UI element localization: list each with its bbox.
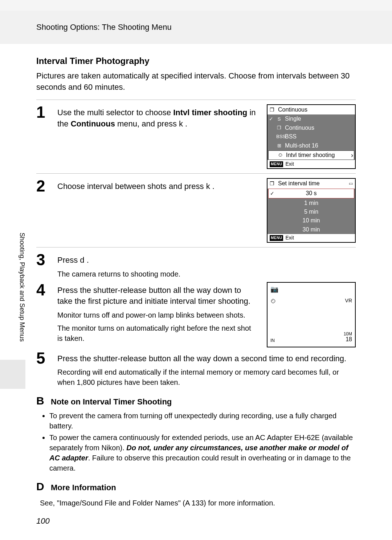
intro-text: Pictures are taken automatically at spec… <box>36 70 356 93</box>
note-title: Note on Interval Timer Shooting <box>51 396 172 408</box>
note-bullet: To prevent the camera from turning off u… <box>49 411 356 431</box>
step-number: 3 <box>36 252 51 268</box>
step-text: Choose interval between shots and press … <box>57 182 215 191</box>
lcd-title: Set interval time ▭ <box>268 179 355 188</box>
step-number: 5 <box>36 350 51 366</box>
divider <box>36 173 356 174</box>
step-note: Monitor turns off and power-on lamp blin… <box>57 310 256 320</box>
step-text: Press d . <box>57 255 356 266</box>
step-text: Press the shutter-release button all the… <box>57 285 256 307</box>
lcd-option: BSSBSS <box>268 132 355 141</box>
page-header: Shooting Options: The Shooting Menu <box>0 11 392 44</box>
manual-page: Shooting Options: The Shooting Menu Shoo… <box>0 11 392 540</box>
more-info-text: See, "Image/Sound File and Folder Names"… <box>40 498 356 508</box>
option-label: 5 min <box>304 208 318 216</box>
continuous-icon <box>270 106 276 114</box>
check-icon: ✓ <box>269 116 273 123</box>
option-label: Single <box>285 115 301 123</box>
lcd-option-list: ✓SSingle❐ContinuousBSSBSS⊞Multi-shot 16⏲… <box>268 114 355 160</box>
lcd-footer: MENU Exit <box>268 234 355 242</box>
lcd-option: ✓SSingle <box>268 114 355 123</box>
chevron-right-icon: › <box>351 151 353 160</box>
divider <box>36 100 356 100</box>
lcd-option: 30 min <box>268 225 355 234</box>
card-icon: ▭ <box>349 181 353 187</box>
divider <box>36 247 356 247</box>
option-label: 30 min <box>302 226 320 234</box>
note-bullet: To power the camera continuously for ext… <box>49 432 356 473</box>
section-tab-label: Shooting, Playback and Setup Menus <box>17 233 26 342</box>
timer-icon: ⏲ <box>270 297 276 305</box>
storage-indicator: IN <box>270 338 275 344</box>
shots-remaining: 18 <box>346 335 352 343</box>
lcd-title: Continuous <box>268 105 355 114</box>
lcd-option-list: ✓30 s1 min5 min10 min30 min <box>268 189 355 234</box>
option-label: Continuous <box>285 124 314 132</box>
page-number: 100 <box>36 516 50 527</box>
option-icon: BSS <box>276 134 282 140</box>
option-label: 10 min <box>302 217 320 225</box>
step-body: Use the multi selector to choose Intvl t… <box>57 104 256 130</box>
step-note: The monitor turns on automatically right… <box>57 323 256 343</box>
more-info-callout: D More Information <box>36 479 356 494</box>
step-text: Press the shutter-release button all the… <box>57 353 356 364</box>
option-icon: ⏲ <box>277 152 283 158</box>
vr-indicator: VR <box>345 297 352 305</box>
step-number: 4 <box>36 282 51 298</box>
step-body: Choose interval between shots and press … <box>57 178 256 192</box>
lcd-option: 5 min <box>268 207 355 216</box>
menu-badge: MENU <box>270 235 283 241</box>
step-number: 2 <box>36 178 51 194</box>
option-label: Multi-shot 16 <box>285 142 318 150</box>
step-2: 2 Choose interval between shots and pres… <box>36 178 356 243</box>
note-bullets: To prevent the camera from turning off u… <box>43 411 356 473</box>
check-icon: ✓ <box>270 190 274 197</box>
step-note: Recording will end automatically if the … <box>57 367 356 387</box>
step-body: Press d . The camera returns to shooting… <box>57 252 356 279</box>
lcd-footer-text: Exit <box>285 161 294 168</box>
note-icon: B <box>36 393 46 408</box>
continuous-icon <box>270 180 276 188</box>
menu-badge: MENU <box>270 161 283 167</box>
option-icon: S <box>276 116 282 122</box>
step-note: The camera returns to shooting mode. <box>57 269 356 279</box>
step-1: 1 Use the multi selector to choose Intvl… <box>36 104 356 169</box>
lcd-interval-menu: Set interval time ▭ ✓30 s1 min5 min10 mi… <box>267 178 356 243</box>
step-number: 1 <box>36 104 51 120</box>
lcd-continuous-menu: Continuous ✓SSingle❐ContinuousBSSBSS⊞Mul… <box>267 104 356 169</box>
step-5: 5 Press the shutter-release button all t… <box>36 350 356 388</box>
more-info-title: More Information <box>51 482 116 493</box>
lcd-footer-text: Exit <box>285 234 294 242</box>
lcd-option: ⊞Multi-shot 16 <box>268 141 355 150</box>
step-body: Press the shutter-release button all the… <box>57 350 356 388</box>
lcd-option: 10 min <box>268 216 355 225</box>
step-text: Use the multi selector to choose Intvl t… <box>57 108 256 128</box>
note-callout: B Note on Interval Timer Shooting <box>36 393 356 408</box>
step-4: 4 Press the shutter-release button all t… <box>36 282 356 347</box>
lcd-option: ✓30 s <box>268 189 354 198</box>
breadcrumb: Shooting Options: The Shooting Menu <box>36 23 172 32</box>
option-label: 1 min <box>304 199 318 207</box>
option-icon: ❐ <box>276 125 282 131</box>
lcd-footer: MENU Exit <box>268 160 355 168</box>
step-3: 3 Press d . The camera returns to shooti… <box>36 252 356 279</box>
more-info-icon: D <box>36 479 46 494</box>
section-title: Interval Timer Photography <box>36 55 356 67</box>
option-icon: ⊞ <box>276 143 282 149</box>
lcd-live-view: 📷 ⏲ VR IN 10M 18 <box>267 282 356 347</box>
lcd-option: ❐Continuous <box>268 124 355 132</box>
lcd-option: ⏲Intvl timer shooting› <box>268 150 354 160</box>
option-label: 30 s <box>306 189 317 197</box>
step-body: Press the shutter-release button all the… <box>57 282 256 344</box>
section-tab <box>0 360 25 389</box>
option-label: Intvl timer shooting <box>286 151 335 159</box>
option-label: BSS <box>285 133 297 141</box>
camera-icon: 📷 <box>270 285 278 294</box>
lcd-option: 1 min <box>268 199 355 207</box>
